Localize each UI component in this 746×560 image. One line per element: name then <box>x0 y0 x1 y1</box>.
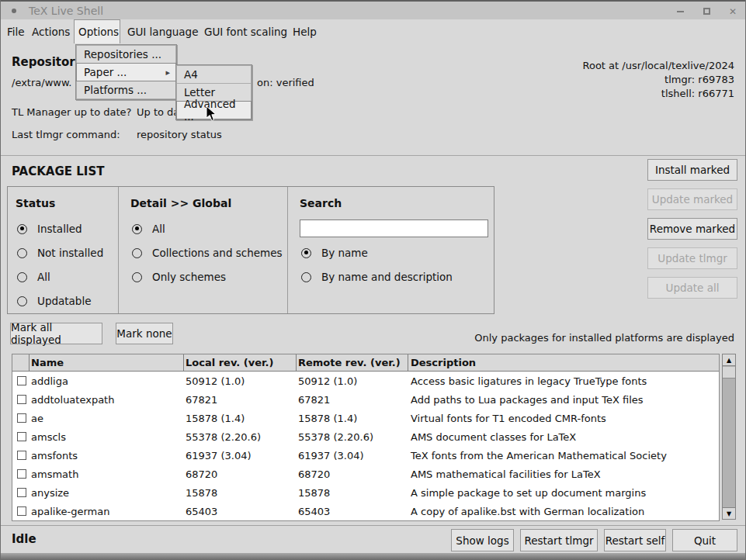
pkg-name: amscls <box>29 431 184 443</box>
restart-tlmgr-button[interactable]: Restart tlmgr <box>520 529 598 551</box>
radio-only-schemes[interactable]: Only schemes <box>132 271 226 283</box>
version-info: Root at /usr/local/texlive/2024 tlmgr: r… <box>582 59 734 101</box>
radio-label: By name <box>321 247 368 259</box>
install-marked-button[interactable]: Install marked <box>647 159 737 181</box>
radio-not-installed[interactable]: Not installed <box>17 247 103 259</box>
row-checkbox[interactable] <box>17 395 26 404</box>
pkg-name: amsmath <box>29 468 184 480</box>
pkg-description: Access basic ligatures in legacy TrueTyp… <box>408 375 719 387</box>
pkg-remote-rev: 65403 <box>297 506 408 517</box>
pkg-name: anysize <box>29 487 184 499</box>
menu-item-paper[interactable]: Paper ... ▸ <box>76 63 176 81</box>
radio-indicator <box>301 248 311 258</box>
menu-item-platforms[interactable]: Platforms ... <box>76 81 176 99</box>
remove-marked-button[interactable]: Remove marked <box>647 218 737 240</box>
header-description[interactable]: Description <box>408 354 719 371</box>
header-remote[interactable]: Remote rev. (ver.) <box>297 354 408 371</box>
table-row[interactable]: amsmath 68720 68720 AMS mathematical fac… <box>12 465 719 483</box>
menu-file[interactable]: File <box>3 19 29 43</box>
table-row[interactable]: amsfonts 61937 (3.04) 61937 (3.04) TeX f… <box>12 446 719 465</box>
pkg-remote-rev: 15878 (1.4) <box>297 413 408 424</box>
table-row[interactable]: amscls 55378 (2.20.6) 55378 (2.20.6) AMS… <box>12 427 719 446</box>
radio-label: All <box>152 223 165 235</box>
row-checkbox[interactable] <box>17 506 26 516</box>
table-row[interactable]: apalike-german 65403 65403 A copy of apa… <box>12 502 719 520</box>
app-icon <box>12 9 16 13</box>
menu-item-label: Paper ... <box>84 66 127 78</box>
package-list-heading: PACKAGE LIST <box>12 164 104 178</box>
row-checkbox[interactable] <box>17 432 26 441</box>
table-header: Name Local rev. (ver.) Remote rev. (ver.… <box>12 354 719 372</box>
search-group-label: Search <box>300 197 342 209</box>
pkg-remote-rev: 55378 (2.20.6) <box>297 431 408 443</box>
quit-button[interactable]: Quit <box>672 529 737 551</box>
radio-detail-all[interactable]: All <box>132 223 165 235</box>
texlive-shell-window: TeX Live Shell ✕ File Actions Options GU… <box>0 0 746 560</box>
pkg-remote-rev: 68720 <box>297 468 408 480</box>
table-row[interactable]: addtoluatexpath 67821 67821 Add paths to… <box>12 390 719 409</box>
lastcmd-value: repository status <box>137 129 222 140</box>
radio-indicator <box>17 224 27 234</box>
tlmgr-version: tlmgr: r69783 <box>582 73 734 87</box>
search-input[interactable] <box>300 220 488 237</box>
scrollbar-down-icon[interactable]: ▼ <box>723 507 735 519</box>
update-tlmgr-button[interactable]: Update tlmgr <box>647 247 737 269</box>
pkg-local-rev: 50912 (1.0) <box>184 375 297 387</box>
table-scrollbar[interactable]: ▲ ▼ <box>722 354 736 520</box>
status-group-label: Status <box>16 197 55 209</box>
radio-by-name-description[interactable]: By name and description <box>301 271 453 283</box>
close-icon[interactable]: ✕ <box>727 5 739 18</box>
pkg-name: apalike-german <box>29 506 184 517</box>
radio-label: Not installed <box>37 247 103 259</box>
restart-self-button[interactable]: Restart self <box>604 529 666 551</box>
radio-updatable[interactable]: Updatable <box>17 295 91 307</box>
radio-all-status[interactable]: All <box>17 271 50 283</box>
mark-all-displayed-button[interactable]: Mark all displayed <box>10 323 102 344</box>
window-bottom-edge <box>1 553 745 560</box>
radio-by-name[interactable]: By name <box>301 247 368 259</box>
pkg-description: AMS document classes for LaTeX <box>408 431 719 443</box>
table-row[interactable]: ae 15878 (1.4) 15878 (1.4) Virtual fonts… <box>12 409 719 427</box>
radio-indicator <box>301 272 311 282</box>
row-checkbox[interactable] <box>17 413 26 423</box>
detail-group-label: Detail >> Global <box>130 197 231 209</box>
scrollbar-thumb[interactable] <box>723 367 735 379</box>
menu-item-repositories[interactable]: Repositories ... <box>76 45 176 64</box>
row-checkbox[interactable] <box>17 376 26 385</box>
platforms-note: Only packages for installed platforms ar… <box>474 332 734 344</box>
table-row[interactable]: anysize 15878 15878 A simple package to … <box>12 483 719 502</box>
minimize-icon[interactable] <box>674 5 686 18</box>
menu-help[interactable]: Help <box>289 19 321 43</box>
show-logs-button[interactable]: Show logs <box>451 529 514 551</box>
row-checkbox[interactable] <box>17 469 26 479</box>
pkg-name: addliga <box>29 375 184 387</box>
mark-none-button[interactable]: Mark none <box>116 323 173 344</box>
window-title: TeX Live Shell <box>29 5 103 17</box>
lastcmd-label: Last tlmgr command: <box>12 129 120 140</box>
header-local[interactable]: Local rev. (ver.) <box>184 354 297 371</box>
update-marked-button[interactable]: Update marked <box>647 188 737 210</box>
radio-indicator <box>132 272 142 282</box>
pkg-name: amsfonts <box>29 450 184 461</box>
radio-label: All <box>37 271 50 283</box>
menu-gui-language[interactable]: GUI language <box>123 19 202 43</box>
repo-url-fragment-left: /extra/www. <box>12 77 71 88</box>
table-row[interactable]: addliga 50912 (1.0) 50912 (1.0) Access b… <box>12 372 719 390</box>
radio-collections-schemes[interactable]: Collections and schemes <box>132 247 283 259</box>
radio-installed[interactable]: Installed <box>17 223 82 235</box>
maximize-icon[interactable] <box>700 5 713 18</box>
radio-label: Collections and schemes <box>152 247 283 259</box>
scrollbar-up-icon[interactable]: ▲ <box>723 354 735 366</box>
row-checkbox[interactable] <box>17 451 26 460</box>
menu-gui-font-scaling[interactable]: GUI font scaling <box>200 19 291 43</box>
menu-item-a4[interactable]: A4 <box>176 65 252 84</box>
pkg-description: A copy of apalike.bst with German locali… <box>408 506 719 517</box>
radio-label: Only schemes <box>152 271 226 283</box>
header-name[interactable]: Name <box>29 354 184 371</box>
menu-options[interactable]: Options <box>74 19 120 43</box>
row-checkbox[interactable] <box>17 488 26 497</box>
pkg-remote-rev: 67821 <box>297 394 408 406</box>
menu-actions[interactable]: Actions <box>28 19 74 43</box>
update-all-button[interactable]: Update all <box>647 277 737 299</box>
column-divider <box>287 187 288 313</box>
